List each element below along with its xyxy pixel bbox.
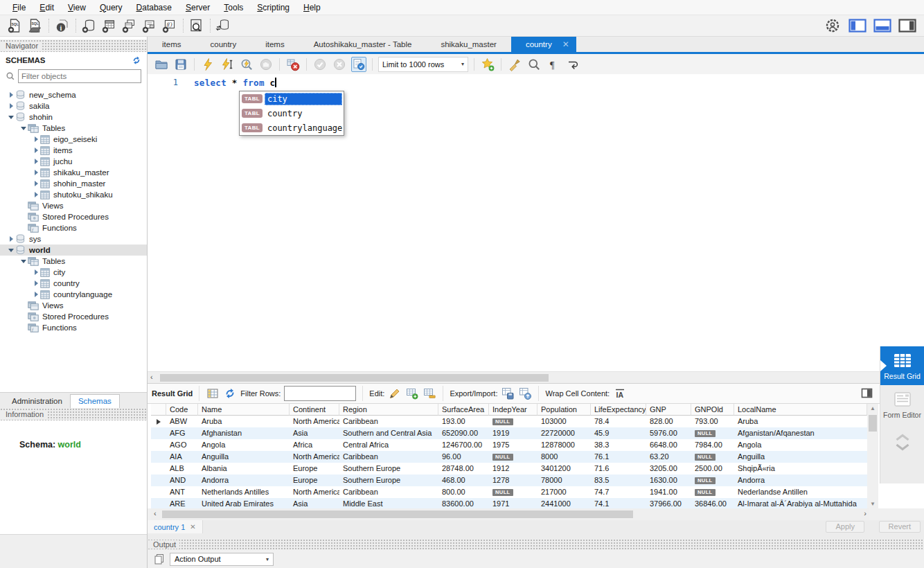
cell-region[interactable]: Southern Europe: [339, 474, 438, 486]
search-objects-icon[interactable]: [187, 17, 205, 35]
sidebar-item-views[interactable]: Views: [0, 300, 147, 311]
stop-on-error-icon[interactable]: [285, 57, 301, 72]
cell-continent[interactable]: Europe: [290, 474, 339, 486]
cell-continent[interactable]: Asia: [290, 498, 339, 508]
table-row-and[interactable]: ANDAndorraEuropeSouthern Europe468.00127…: [151, 474, 867, 486]
create-view-icon[interactable]: [120, 17, 138, 35]
column-header-surfacearea[interactable]: SurfaceArea: [438, 404, 489, 416]
cell-surfacearea[interactable]: 193.00: [438, 416, 489, 427]
cell-population[interactable]: 3401200: [537, 463, 591, 474]
open-script-icon[interactable]: [154, 57, 169, 72]
reconnect-dbms-icon[interactable]: [214, 17, 232, 35]
revert-button[interactable]: Revert: [879, 521, 921, 533]
table-row-are[interactable]: AREUnited Arab EmiratesAsiaMiddle East83…: [151, 498, 867, 508]
sidebar-item-items[interactable]: items: [0, 145, 147, 156]
row-marker[interactable]: [151, 451, 166, 463]
column-header-gnpold[interactable]: GNPOld: [691, 404, 734, 416]
autocomplete-item-country[interactable]: TABLcountry: [240, 106, 344, 121]
sidebar-item-new-schema[interactable]: new_schema: [0, 89, 147, 100]
preferences-icon[interactable]: [824, 17, 842, 35]
expand-arrow-icon[interactable]: [10, 103, 13, 109]
save-snippet-icon[interactable]: [480, 57, 495, 72]
row-marker[interactable]: [151, 486, 166, 498]
cell-continent[interactable]: Europe: [290, 463, 339, 474]
autocomplete-item-city[interactable]: TABLcity: [240, 91, 344, 106]
cell-population[interactable]: 2441000: [537, 498, 591, 508]
cell-lifeexpectancy[interactable]: 38.3: [591, 439, 646, 451]
cell-gnpold[interactable]: 2500.00: [691, 463, 734, 474]
cell-lifeexpectancy[interactable]: 76.1: [591, 451, 646, 463]
menu-database[interactable]: Database: [130, 1, 179, 15]
menu-help[interactable]: Help: [296, 1, 328, 15]
cell-population[interactable]: 8000: [537, 451, 591, 463]
row-marker[interactable]: [151, 498, 166, 508]
cell-localname[interactable]: Afganistan/Afqanestan: [734, 427, 867, 439]
cell-name[interactable]: Angola: [198, 439, 290, 451]
cell-localname[interactable]: Andorra: [734, 474, 867, 486]
cell-region[interactable]: Central Africa: [339, 439, 438, 451]
add-row-icon[interactable]: [405, 387, 419, 400]
sidebar-item-shohin[interactable]: shohin: [0, 112, 147, 123]
cell-continent[interactable]: North America: [290, 451, 339, 463]
cell-code[interactable]: ABW: [166, 416, 198, 427]
limit-rows-dropdown[interactable]: Limit to 1000 rows ▾: [378, 57, 468, 72]
cell-surfacearea[interactable]: 652090.00: [438, 427, 489, 439]
cell-indepyear[interactable]: NULL: [489, 416, 537, 427]
toggle-bottom-panel-icon[interactable]: [873, 17, 891, 35]
cell-code[interactable]: ANT: [166, 486, 198, 498]
cell-name[interactable]: Andorra: [198, 474, 290, 486]
cell-gnpold[interactable]: NULL: [691, 427, 734, 439]
cell-name[interactable]: Aruba: [198, 416, 290, 427]
delete-row-icon[interactable]: [423, 387, 436, 400]
menu-server[interactable]: Server: [179, 1, 217, 15]
expand-arrow-icon[interactable]: [10, 236, 13, 242]
execute-icon[interactable]: [200, 57, 215, 72]
scroll-down-icon[interactable]: ▼: [867, 501, 878, 507]
column-header-population[interactable]: Population: [537, 404, 591, 416]
sidebar-item-country[interactable]: country: [0, 278, 147, 289]
wrap-text-icon[interactable]: [565, 57, 580, 72]
cell-region[interactable]: Southern and Central Asia: [339, 427, 438, 439]
menu-view[interactable]: View: [61, 1, 93, 15]
cell-localname[interactable]: Anguilla: [734, 451, 867, 463]
expand-arrow-icon[interactable]: [35, 281, 38, 286]
cell-name[interactable]: United Arab Emirates: [198, 498, 290, 508]
cell-region[interactable]: Middle East: [339, 498, 438, 508]
cell-lifeexpectancy[interactable]: 78.4: [591, 416, 646, 427]
cell-code[interactable]: ARE: [166, 498, 198, 508]
export-icon[interactable]: [501, 387, 515, 400]
refresh-schemas-icon[interactable]: [132, 55, 141, 65]
wrap-cell-icon[interactable]: IA: [613, 387, 627, 400]
toggle-side-panel-icon[interactable]: [860, 387, 874, 400]
refresh-grid-icon[interactable]: [223, 387, 237, 400]
cell-surfacearea[interactable]: 28748.00: [438, 463, 489, 474]
table-row-ago[interactable]: AGOAngolaAfricaCentral Africa1246700.001…: [151, 439, 867, 451]
cell-localname[interactable]: Nederlandse Antillen: [734, 486, 867, 498]
cell-gnp[interactable]: 37966.00: [646, 498, 691, 508]
find-icon[interactable]: [526, 57, 542, 72]
menu-tools[interactable]: Tools: [217, 1, 250, 15]
scrollbar-thumb[interactable]: [160, 374, 549, 382]
column-header-indepyear[interactable]: IndepYear: [489, 404, 537, 416]
sidebar-tab-administration[interactable]: Administration: [4, 395, 70, 408]
tab-autoshikaku-master-table[interactable]: Autoshikaku_master - Table: [299, 37, 427, 52]
tab-country[interactable]: country: [195, 37, 251, 52]
row-marker[interactable]: [151, 416, 166, 427]
cell-gnp[interactable]: 6648.00: [646, 439, 691, 451]
grid-view-icon[interactable]: [206, 387, 220, 400]
column-header-gnp[interactable]: GNP: [646, 404, 691, 416]
edit-record-icon[interactable]: [388, 387, 402, 400]
expand-arrow-icon[interactable]: [35, 148, 38, 153]
show-invisibles-icon[interactable]: ¶: [546, 57, 561, 72]
expand-arrow-icon[interactable]: [10, 92, 13, 98]
toggle-left-panel-icon[interactable]: [849, 17, 867, 35]
row-marker[interactable]: [151, 439, 166, 451]
scrollbar-thumb[interactable]: [162, 511, 633, 518]
close-icon[interactable]: ✕: [190, 523, 195, 531]
cell-surfacearea[interactable]: 468.00: [438, 474, 489, 486]
cell-indepyear[interactable]: NULL: [489, 451, 537, 463]
open-sql-script-icon[interactable]: SQL: [26, 17, 44, 35]
chevron-up-icon[interactable]: [895, 434, 910, 441]
result-grid-panel-button[interactable]: Result Grid: [880, 346, 924, 385]
sidebar-item-juchu[interactable]: juchu: [0, 156, 147, 167]
